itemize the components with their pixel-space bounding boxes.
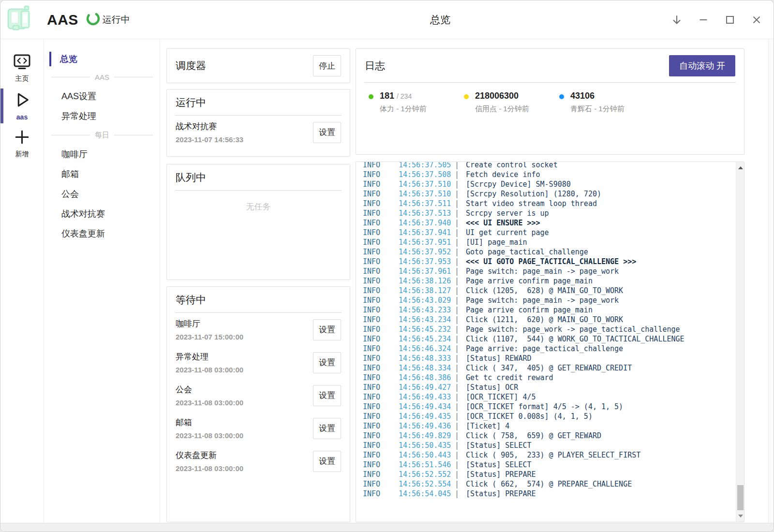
- log-level: INFO: [356, 441, 399, 450]
- task-settings-button[interactable]: 设置: [313, 385, 341, 406]
- log-separator: |: [455, 257, 459, 266]
- sidebar-item[interactable]: AAS设置: [45, 86, 160, 106]
- download-arrow-button[interactable]: [663, 6, 690, 33]
- log-scrollbar[interactable]: [736, 162, 744, 522]
- log-separator: |: [455, 228, 459, 237]
- log-separator: |: [455, 199, 459, 208]
- log-message: [UI] page_main: [459, 238, 527, 247]
- log-timestamp: 14:56:37.951: [399, 237, 455, 247]
- log-message: Page switch: page_main -> page_work: [459, 296, 619, 305]
- app-name: AAS: [47, 12, 78, 28]
- log-line: INFO14:56:37.510|[Scrcpy Resolution] (12…: [356, 189, 744, 199]
- log-timestamp: 14:56:37.941: [399, 228, 455, 237]
- scroll-down-arrow-icon[interactable]: [738, 515, 743, 517]
- log-level: INFO: [356, 170, 399, 179]
- task-time: 2023-11-08 03:00:00: [176, 464, 243, 473]
- task-settings-button[interactable]: 设置: [313, 418, 341, 439]
- task-time: 2023-11-08 03:00:00: [176, 399, 243, 407]
- sidebar-item[interactable]: 总览: [45, 50, 160, 68]
- waiting-task-list: 咖啡厅2023-11-07 15:00:00设置异常处理2023-11-08 0…: [167, 313, 350, 477]
- log-line: INFO14:56:52.554|Click ( 662, 574) @ PRE…: [356, 479, 744, 489]
- log-title: 日志: [365, 59, 385, 73]
- log-message: UI get current page: [459, 228, 549, 237]
- rail-item-label: aas: [16, 113, 28, 121]
- running-title: 运行中: [176, 96, 206, 109]
- log-separator: |: [455, 470, 459, 479]
- log-level: INFO: [356, 189, 399, 199]
- task-settings-button[interactable]: 设置: [313, 352, 341, 373]
- running-head: 运行中: [167, 89, 350, 115]
- stop-button[interactable]: 停止: [313, 55, 341, 76]
- log-timestamp: 14:56:51.546: [399, 460, 455, 470]
- running-spinner-icon: [86, 12, 100, 28]
- status-dot-icon: [464, 94, 469, 99]
- log-separator: |: [455, 402, 459, 411]
- log-message: [Scrcpy Device] SM-S9080: [459, 180, 571, 189]
- sidebar-item[interactable]: 咖啡厅: [45, 144, 160, 164]
- log-separator: |: [455, 190, 459, 198]
- log-line: INFO14:56:37.505|Create control socket: [356, 162, 744, 170]
- log-timestamp: 14:56:54.045: [399, 489, 455, 499]
- log-timestamp: 14:56:50.435: [399, 441, 455, 450]
- task-settings-button[interactable]: 设置: [313, 122, 341, 143]
- minimize-button[interactable]: [690, 6, 716, 33]
- sidebar-item[interactable]: 邮箱: [45, 164, 160, 184]
- scrollbar-thumb[interactable]: [737, 485, 744, 510]
- rail-item-add[interactable]: 新增: [0, 125, 44, 163]
- window-bottom-strip: [0, 523, 774, 532]
- log-message: <<< UI ENSURE >>>: [459, 219, 540, 227]
- log-line: INFO14:56:48.334|Click ( 347, 405) @ GET…: [356, 363, 744, 373]
- app-window: AAS 运行中 总览: [0, 0, 774, 532]
- log-line: INFO14:56:37.941|UI get current page: [356, 228, 744, 237]
- log-separator: |: [455, 315, 459, 324]
- task-info: 公会2023-11-08 03:00:00: [176, 384, 243, 407]
- log-line: INFO14:56:45.232|Page switch: page_work …: [356, 325, 744, 334]
- maximize-button[interactable]: [716, 6, 743, 33]
- log-level: INFO: [356, 199, 399, 208]
- log-separator: |: [455, 296, 459, 305]
- log-line: INFO14:56:45.234|Click (1107, 544) @ WOR…: [356, 334, 744, 344]
- log-timestamp: 14:56:48.334: [399, 363, 455, 373]
- log-line: INFO14:56:37.510|[Scrcpy Device] SM-S908…: [356, 179, 744, 189]
- autoscroll-toggle-button[interactable]: 自动滚动 开: [669, 55, 735, 76]
- log-timestamp: 14:56:43.234: [399, 315, 455, 325]
- log-timestamp: 14:56:45.232: [399, 325, 455, 334]
- rail-item-home[interactable]: 主页: [0, 49, 44, 87]
- scroll-up-arrow-icon[interactable]: [738, 166, 743, 169]
- sidebar-item-label: 咖啡厅: [61, 148, 88, 160]
- log-timestamp: 14:56:49.433: [399, 392, 455, 402]
- window-controls: [663, 0, 770, 39]
- sidebar-item[interactable]: 异常处理: [45, 106, 160, 126]
- brand: AAS 运行中: [0, 4, 130, 35]
- task-settings-button[interactable]: 设置: [313, 451, 341, 472]
- sidebar-item[interactable]: 仪表盘更新: [45, 223, 160, 243]
- sidebar-item[interactable]: 战术对抗赛: [45, 204, 160, 223]
- log-timestamp: 14:56:46.324: [399, 344, 455, 354]
- task-name: 仪表盘更新: [176, 450, 243, 461]
- divider-line: [51, 77, 90, 77]
- log-line: INFO14:56:48.333|[Status] REWARD: [356, 354, 744, 363]
- sidebar-item[interactable]: 公会: [45, 184, 160, 204]
- log-message: [Status] SELECT: [459, 441, 531, 450]
- log-separator: |: [455, 344, 459, 353]
- log-separator: |: [455, 170, 459, 179]
- main-scrollbar-track[interactable]: [768, 40, 774, 523]
- log-line: INFO14:56:38.127|Click (1205, 628) @ MAI…: [356, 286, 744, 296]
- log-separator: |: [455, 460, 459, 469]
- stat-line: 181/ 234: [380, 91, 427, 101]
- log-level: INFO: [356, 266, 399, 276]
- log-line: INFO14:56:49.436|[Ticket] 4: [356, 421, 744, 431]
- resource-stat: 181/ 234体力 - 1分钟前: [369, 91, 464, 114]
- waiting-task-row: 咖啡厅2023-11-07 15:00:00设置: [167, 313, 350, 346]
- log-level: INFO: [356, 257, 399, 266]
- waiting-task-row: 异常处理2023-11-08 03:00:00设置: [167, 346, 350, 379]
- active-indicator: [0, 89, 3, 123]
- stat-value: 181: [380, 91, 394, 101]
- rail-item-aas[interactable]: aas: [0, 87, 44, 125]
- task-settings-button[interactable]: 设置: [313, 319, 341, 340]
- close-button[interactable]: [743, 6, 770, 33]
- scheduler-card: 调度器 停止: [166, 48, 350, 83]
- log-separator: |: [455, 209, 459, 218]
- log-message: [OCR_TICKET 0.008s] (4, 1, 5): [459, 412, 593, 421]
- log-level: INFO: [356, 344, 399, 354]
